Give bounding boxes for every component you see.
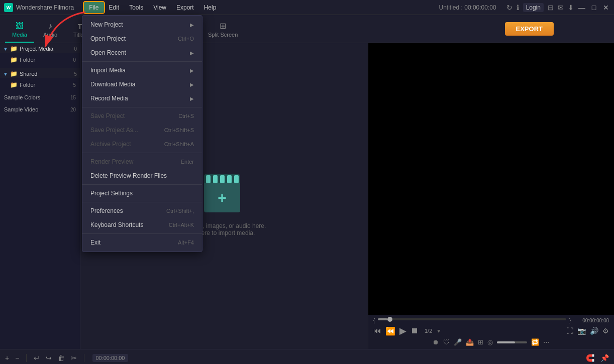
delete-button[interactable]: 🗑 [57, 353, 66, 363]
snapshot-button[interactable]: 📷 [577, 327, 586, 335]
separator-6 [82, 233, 202, 234]
circle-button[interactable]: ◎ [487, 338, 493, 346]
export2-button[interactable]: 📤 [466, 338, 474, 346]
menu-record-media[interactable]: Record Media ▶ [82, 91, 202, 105]
stop-button[interactable]: ⏹ [411, 326, 419, 335]
step-back-button[interactable]: ⏪ [385, 326, 395, 336]
undo-button[interactable]: ↩ [33, 353, 41, 363]
folder-icon: 📁 [10, 45, 18, 52]
close-button[interactable]: ✕ [602, 4, 610, 12]
menu-save-project-as[interactable]: Save Project As... Ctrl+Shift+S [82, 123, 202, 137]
menu-save-project[interactable]: Save Project Ctrl+S [82, 109, 202, 123]
menu-archive-project[interactable]: Archive Project Ctrl+Shift+A [82, 137, 202, 151]
menu-open-recent[interactable]: Open Recent ▶ [82, 46, 202, 60]
layout-icon[interactable]: ⊟ [548, 4, 554, 12]
download-media-arrow: ▶ [190, 82, 194, 87]
tab-media[interactable]: 🖼 Media [5, 19, 34, 43]
message-icon[interactable]: ✉ [558, 4, 564, 12]
archive-project-label: Archive Project [90, 141, 131, 148]
record-media-arrow: ▶ [190, 96, 194, 101]
add-track-button[interactable]: + [4, 353, 10, 363]
more-button[interactable]: ⋯ [543, 338, 550, 346]
menu-edit[interactable]: Edit [104, 2, 125, 13]
exit-shortcut: Alt+F4 [178, 239, 194, 246]
grid2-button[interactable]: ⊞ [478, 338, 483, 346]
volume-slider[interactable] [497, 341, 527, 343]
loop-button[interactable]: 🔁 [531, 338, 539, 346]
menu-keyboard-shortcuts[interactable]: Keyboard Shortcuts Ctrl+Alt+K [82, 218, 202, 232]
sample-colors-label: Sample Colors [4, 94, 40, 100]
import-media-label: Import Media [90, 67, 126, 74]
preview-progress-bar[interactable] [378, 318, 566, 320]
sidebar-sample-colors[interactable]: Sample Colors 15 [0, 91, 80, 103]
preview-ratio: 1/2 [425, 328, 432, 334]
menu-preferences[interactable]: Preferences Ctrl+Shift+, [82, 204, 202, 218]
sidebar: ▼ 📁 Project Media 0 📁 Folder 0 ▼ 📁 Share… [0, 43, 80, 349]
menu-exit[interactable]: Exit Alt+F4 [82, 235, 202, 250]
preferences-shortcut: Ctrl+Shift+, [166, 208, 194, 214]
minimize-button[interactable]: — [578, 4, 586, 12]
ratio-dropdown-icon[interactable]: ▼ [436, 328, 441, 334]
download-icon[interactable]: ⬇ [568, 4, 574, 12]
app-logo: W [4, 3, 13, 12]
tab-split-screen[interactable]: ⊞ Split Screen [203, 19, 243, 40]
project-media-label: Project Media [20, 46, 53, 52]
menu-open-project[interactable]: Open Project Ctrl+O [82, 32, 202, 46]
login-button[interactable]: Login [523, 3, 544, 12]
settings-button[interactable]: ⚙ [602, 327, 609, 335]
volume-button[interactable]: 🔊 [590, 327, 598, 335]
magnet-button[interactable]: 🧲 [585, 353, 595, 363]
open-recent-arrow: ▶ [190, 50, 194, 56]
play-button[interactable]: ▶ [399, 325, 406, 336]
record-button[interactable]: ⏺ [433, 338, 439, 346]
cut-button[interactable]: ✂ [70, 353, 78, 363]
separator-4 [82, 184, 202, 185]
menu-tools[interactable]: Tools [124, 2, 148, 13]
folder-label: Folder [20, 57, 35, 63]
menu-bar: File Edit Tools View Export Help [84, 2, 429, 13]
sidebar-folder[interactable]: 📁 Folder 0 [6, 53, 80, 66]
separator-5 [82, 202, 202, 202]
fullscreen-button[interactable]: ⛶ [566, 327, 573, 335]
tab-split-screen-label: Split Screen [208, 32, 238, 38]
menu-download-media[interactable]: Download Media ▶ [82, 77, 202, 91]
window-title: Untitled : 00:00:00:00 [439, 4, 496, 11]
sidebar-project-media[interactable]: ▼ 📁 Project Media 0 [0, 43, 80, 53]
shield-button[interactable]: 🛡 [443, 338, 450, 346]
redo-button[interactable]: ↪ [45, 353, 53, 363]
skip-back-button[interactable]: ⏮ [373, 326, 381, 335]
info-icon[interactable]: ℹ [517, 4, 519, 12]
import-media-arrow: ▶ [190, 68, 194, 73]
preview-progress-fill [378, 318, 387, 320]
tab-audio[interactable]: ♪ Audio [36, 19, 64, 43]
menu-export[interactable]: Export [171, 2, 199, 13]
progress-left-bracket: { [373, 318, 375, 323]
menu-render-preview[interactable]: Render Preview Enter [82, 155, 202, 169]
menu-project-settings[interactable]: Project Settings [82, 186, 202, 200]
export-button[interactable]: EXPORT [505, 22, 554, 36]
shared-folder-count: 5 [73, 82, 76, 88]
menu-import-media[interactable]: Import Media ▶ [82, 63, 202, 77]
menu-view[interactable]: View [148, 2, 171, 13]
pin-button[interactable]: 📌 [599, 353, 610, 363]
sidebar-shared-media[interactable]: ▼ 📁 Shared 5 [0, 68, 80, 78]
shared-folder-icon: 📁 [10, 70, 18, 77]
sidebar-shared-folder[interactable]: 📁 Folder 5 [6, 78, 80, 91]
preview-time-current: 00:00:00:00 [574, 318, 609, 323]
sidebar-sample-video[interactable]: Sample Video 20 [0, 103, 80, 115]
project-media-count: 0 [74, 46, 77, 52]
minus-track-button[interactable]: − [14, 353, 20, 363]
refresh-icon[interactable]: ↻ [506, 4, 513, 12]
menu-new-project[interactable]: New Project ▶ [82, 18, 202, 32]
maximize-button[interactable]: □ [590, 4, 598, 12]
file-dropdown-menu: New Project ▶ Open Project Ctrl+O Open R… [82, 15, 202, 252]
drop-text-2: k here to import media. [193, 229, 255, 236]
clapperboard-icon: + [204, 174, 244, 214]
menu-delete-preview[interactable]: Delete Preview Render Files [82, 169, 202, 183]
menu-help[interactable]: Help [199, 2, 222, 13]
preview-buttons: ⏮ ⏪ ▶ ⏹ 1/2 ▼ ⛶ 📷 🔊 ⚙ [373, 325, 609, 336]
keyboard-shortcuts-label: Keyboard Shortcuts [90, 221, 143, 228]
tab-audio-label: Audio [43, 32, 57, 38]
mic-button[interactable]: 🎤 [454, 338, 462, 346]
menu-file[interactable]: File [84, 2, 104, 13]
